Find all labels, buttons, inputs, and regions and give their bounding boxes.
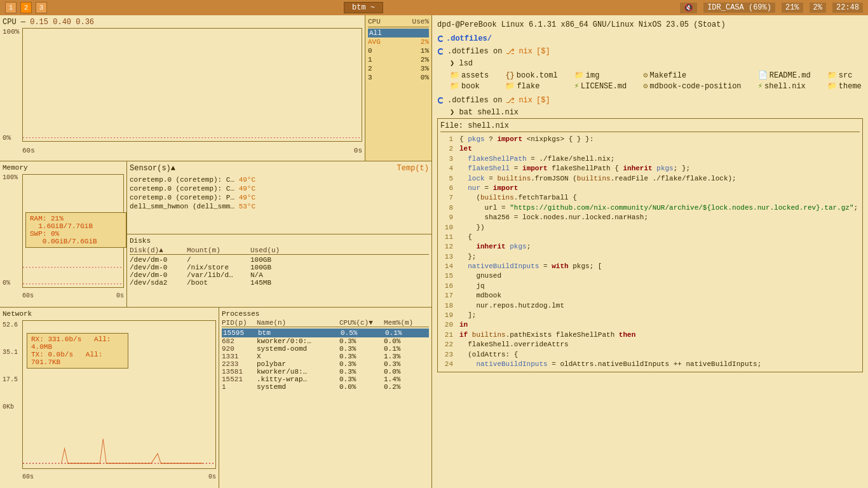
temp-row-1: coretemp.0 (coretemp): C… 49°C [130, 184, 429, 193]
cpu-row-avg-val: 2% [421, 38, 429, 46]
temp-row-3: dell_smm_hwmon (dell_smm… 53°C [130, 202, 429, 211]
cpu-time-0: 0s [354, 147, 362, 154]
cpu-row-2[interactable]: 2 3% [368, 64, 429, 73]
disk-header-row: Disk(d)▲ Mount(m) Used(u) [130, 247, 429, 255]
mem-ram-row: RAM: 21% 1.6GiB/7.7GiB [30, 215, 122, 230]
temp-abbr-2: P… [226, 194, 234, 201]
disk-header-mount: Mount(m) [187, 247, 250, 254]
code-line-16: 16 jq [440, 281, 860, 291]
code-line-6: 6 nur = import [440, 184, 860, 193]
disk-row-2: /dev/dm-0 /var/lib/d… N/A [130, 271, 429, 279]
prompt2-dollar: [$] [536, 47, 550, 56]
proc-row-7[interactable]: 1 systemd 0.0% 0.2% [222, 383, 429, 391]
cpu-row-avg-label: AVG [368, 38, 381, 46]
prompt2-path: .dotfiles on [447, 47, 502, 56]
file-book: 📁book [450, 81, 490, 91]
cpu-graph-canvas [22, 28, 362, 142]
prompt3-path: .dotfiles on [447, 96, 502, 105]
mem-time-60: 60s [22, 292, 34, 299]
file-img: 📁img [574, 71, 628, 80]
cpu-col-use: Use% [412, 18, 429, 25]
temp-row-2: coretemp.0 (coretemp): P… 49°C [130, 193, 429, 202]
temp-val-2: 49°C [239, 194, 255, 201]
temperatures-section: Sensor(s)▲ Temp(t) coretemp.0 (coretemp)… [127, 161, 431, 234]
temp-header-temp: Temp(t) [397, 164, 429, 173]
cpu-col-cpu: CPU [368, 18, 381, 25]
temp-val-3: 53°C [239, 203, 255, 210]
memory-title: Memory [3, 164, 124, 172]
disk-header-used: Used(u) [250, 247, 288, 254]
net-rx-label: RX: [31, 336, 44, 343]
cpu-row-all[interactable]: All [368, 29, 429, 37]
disks-section: Disks Disk(d)▲ Mount(m) Used(u) /dev/dm-… [127, 234, 431, 307]
cpu-row-1[interactable]: 1 2% [368, 55, 429, 64]
proc-row-5[interactable]: 13581 kworker/u8:… 0.3% 0.0% [222, 368, 429, 376]
prompt3-branch: nix [519, 96, 532, 105]
workspace-1[interactable]: 1 [5, 2, 17, 13]
mem-swp-row: SWP: 0% 0.0GiB/7.6GiB [30, 230, 122, 245]
mem-swp-pct: 0% [51, 230, 59, 238]
window-title: btm ~ [344, 2, 383, 13]
net-y-labels: 52.6 35.1 17.5 0Kb [3, 322, 18, 410]
cpu-row-0[interactable]: 0 1% [368, 46, 429, 55]
readme-icon: 📄 [758, 71, 768, 80]
temp-header-sensor: Sensor(s)▲ [130, 164, 175, 173]
code-line-9: 9 sha256 = lock.nodes.nur.locked.narHash… [440, 213, 860, 222]
prompt1-icon: ᴄ [437, 33, 444, 44]
file-mdbook: ⚙mdbook-code-position [643, 81, 742, 91]
cpu-load: 0.15 0.40 0.36 [30, 18, 94, 27]
right-panel: dpd-@PereBook Linux 6.1.31 x86_64 GNU/Li… [432, 15, 868, 488]
cpu-table-header: CPU Use% [368, 18, 429, 27]
cpu-time-60: 60s [22, 147, 35, 154]
temp-sensor-3: dell_smm_hwmon (dell_smm… [130, 203, 234, 210]
net-tx-row: TX: 0.0b/s All: 701.7KB [31, 351, 124, 366]
code-line-14: 14 nativeBuildInputs = with pkgs; [ [440, 262, 860, 271]
dir-icon-img: 📁 [574, 71, 584, 80]
main-content: CPU ─ 0.15 0.40 0.36 100% 0% 60s 0s [0, 15, 868, 488]
cpu-row-3[interactable]: 3 0% [368, 73, 429, 82]
temp-val-1: 49°C [239, 185, 255, 193]
gear-icon-makefile: ⚙ [643, 71, 648, 80]
cpu-row-avg[interactable]: AVG 2% [368, 37, 429, 46]
net-rx-rate: 331.0b/s [48, 336, 81, 343]
cpu-table: CPU Use% All AVG 2% 0 1% 1 2% [365, 15, 431, 161]
prompt1: ᴄ .dotfiles/ [437, 33, 863, 44]
proc-row-3[interactable]: 1331 X 0.3% 1.3% [222, 353, 429, 360]
workspace-3[interactable]: 3 [36, 2, 47, 13]
proc-row-1[interactable]: 682 kworker/0:0:… 0.3% 0.0% [222, 337, 429, 345]
code-viewer: File: shell.nix 1 { pkgs ? import <nixpk… [437, 118, 863, 372]
mem-swp-label: SWP: [30, 230, 46, 238]
proc-row-6[interactable]: 15521 .kitty-wrap… 0.3% 1.4% [222, 376, 429, 383]
net-tx-label: TX: [31, 351, 44, 358]
code-filename: File: shell.nix [440, 121, 860, 132]
mute-button[interactable]: 🔇 [680, 3, 697, 13]
mem-swp-used: 0.0GiB/7.6GiB [43, 238, 97, 245]
code-line-21: 21 if builtins.pathExists flakeShellPath… [440, 330, 860, 340]
prompt3-cmd-output: ❯ bat shell.nix [450, 107, 863, 117]
nix-icon-booktoml: {} [505, 71, 514, 80]
file-readme: 📄README.md [758, 71, 812, 80]
topbar-left: 1 2 3 [5, 2, 47, 13]
cpu-y-0: 0% [3, 134, 19, 142]
proc-row-2[interactable]: 920 systemd-oomd 0.3% 0.1% [222, 345, 429, 353]
mem-ram-pct: 21% [51, 215, 64, 222]
mem-info-box: RAM: 21% 1.6GiB/7.7GiB SWP: 0% 0.0GiB/7.… [25, 212, 126, 248]
prompt2-cmd-output: ❯ lsd [450, 58, 863, 68]
file-makefile: ⚙Makefile [643, 71, 742, 80]
code-line-7: 7 (builtins.fetchTarball { [440, 193, 860, 203]
prompt3-dollar: [$] [536, 96, 550, 105]
mem-ram-used: 1.6GiB/7.7GiB [38, 222, 93, 230]
net-info-box: RX: 331.0b/s All: 4.0MB TX: 0.0b/s All: … [27, 333, 128, 369]
topbar-right: 🔇 IDR_CASA (69%) 21% 2% 22:48 [680, 3, 863, 13]
temps-disks-column: Sensor(s)▲ Temp(t) coretemp.0 (coretemp)… [127, 161, 431, 307]
file-grid: 📁assets {}book.toml 📁img ⚙Makefile 📄READ… [450, 71, 863, 91]
code-line-10: 10 }) [440, 223, 860, 233]
nix-icon-license: ⚡ [574, 81, 579, 91]
file-theme: 📁theme [827, 81, 863, 91]
workspace-2[interactable]: 2 [20, 2, 32, 13]
code-line-5: 5 lock = builtins.fromJSON (builtins.rea… [440, 174, 860, 184]
disk-row-1: /dev/dm-0 /nix/store 100GB [130, 264, 429, 271]
proc-row-4[interactable]: 2233 polybar 0.3% 0.3% [222, 360, 429, 368]
cpu-title: CPU ─ 0.15 0.40 0.36 [3, 18, 362, 27]
proc-row-0[interactable]: 15595 btm 0.5% 0.1% [222, 329, 429, 337]
